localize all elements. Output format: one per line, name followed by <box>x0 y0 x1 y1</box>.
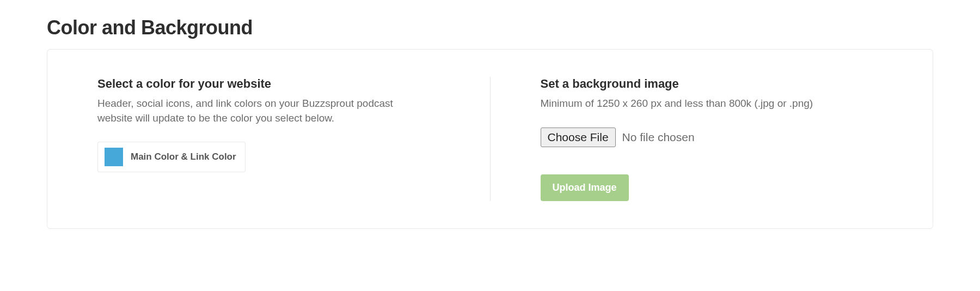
color-swatch-label: Main Color & Link Color <box>131 151 236 162</box>
color-section-description: Header, social icons, and link colors on… <box>97 96 402 125</box>
color-section-heading: Select a color for your website <box>97 77 440 91</box>
page-title: Color and Background <box>47 16 933 39</box>
file-chosen-status: No file chosen <box>622 131 695 144</box>
choose-file-button[interactable]: Choose File <box>541 128 616 147</box>
settings-panel: Select a color for your website Header, … <box>47 49 933 229</box>
background-section-description: Minimum of 1250 x 260 px and less than 8… <box>541 96 846 111</box>
background-column: Set a background image Minimum of 1250 x… <box>491 77 933 201</box>
color-column: Select a color for your website Header, … <box>47 77 491 201</box>
background-section-heading: Set a background image <box>541 77 883 91</box>
color-swatch-icon <box>105 148 123 166</box>
main-color-picker[interactable]: Main Color & Link Color <box>97 142 246 172</box>
upload-image-button[interactable]: Upload Image <box>541 174 629 201</box>
file-input-row: Choose File No file chosen <box>541 128 883 147</box>
